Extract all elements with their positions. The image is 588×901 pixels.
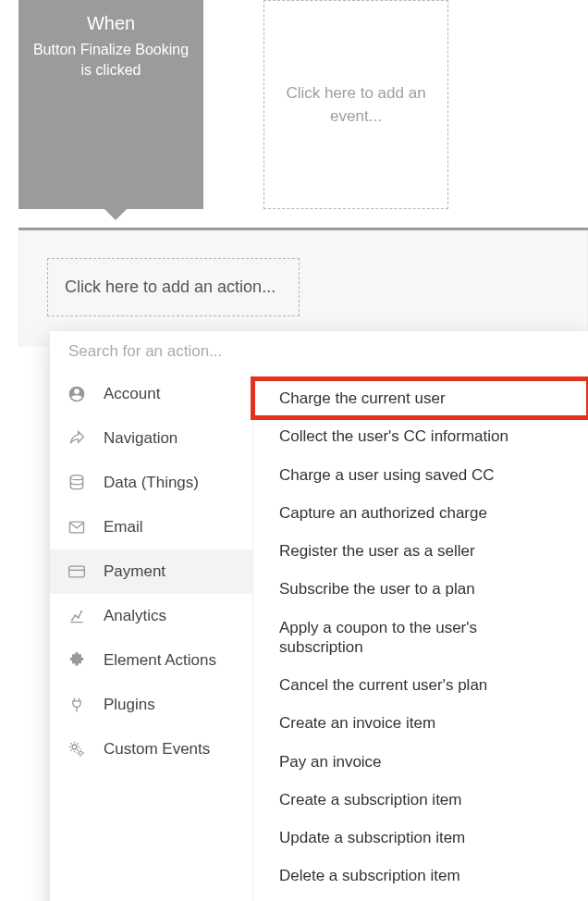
add-action-label: Click here to add an action... xyxy=(65,278,276,296)
category-label: Element Actions xyxy=(104,651,216,670)
category-label: Navigation xyxy=(104,429,178,448)
svg-point-6 xyxy=(80,611,82,612)
actions-panel: Click here to add an action... xyxy=(18,230,588,347)
svg-point-0 xyxy=(70,475,82,480)
database-icon xyxy=(67,473,87,493)
action-item[interactable]: Charge the current user xyxy=(253,379,588,417)
action-item[interactable]: Subscribe the user to a plan xyxy=(253,570,588,608)
credit-card-icon xyxy=(67,562,87,582)
action-item[interactable]: Cancel the current user's plan xyxy=(253,666,588,704)
category-label: Account xyxy=(104,385,160,403)
action-item[interactable]: Create an invoice item xyxy=(253,704,588,742)
category-item-navigation[interactable]: Navigation xyxy=(50,416,252,461)
action-item[interactable]: Capture an authorized charge xyxy=(253,494,588,532)
category-item-account[interactable]: Account xyxy=(50,372,252,416)
plug-icon xyxy=(67,695,87,715)
svg-point-4 xyxy=(74,614,76,616)
user-circle-icon xyxy=(67,384,87,404)
action-item[interactable]: Delete a subscription item xyxy=(253,857,588,895)
events-row: When Button Finalize Booking is clicked … xyxy=(0,0,588,209)
category-item-custom[interactable]: Custom Events xyxy=(50,727,252,771)
action-item[interactable]: Make a card new default xyxy=(253,895,588,902)
svg-point-5 xyxy=(78,617,80,619)
add-event-placeholder[interactable]: Click here to add an event... xyxy=(263,0,448,209)
svg-rect-2 xyxy=(69,566,85,577)
svg-point-3 xyxy=(71,619,73,621)
actions-list: Charge the current userCollect the user'… xyxy=(253,372,588,901)
search-input[interactable] xyxy=(68,342,570,361)
action-item[interactable]: Collect the user's CC information xyxy=(253,417,588,455)
event-title: When xyxy=(87,13,135,34)
add-event-label: Click here to add an event... xyxy=(276,81,436,129)
category-item-plugins[interactable]: Plugins xyxy=(50,683,252,727)
event-block-when[interactable]: When Button Finalize Booking is clicked xyxy=(18,0,203,209)
category-label: Analytics xyxy=(104,607,166,625)
puzzle-icon xyxy=(67,650,87,671)
category-item-payment[interactable]: Payment xyxy=(50,549,252,594)
search-row xyxy=(50,331,588,372)
action-dropdown: AccountNavigationData (Things)EmailPayme… xyxy=(50,331,588,901)
envelope-icon xyxy=(67,517,87,537)
gears-icon xyxy=(67,739,87,759)
category-label: Data (Things) xyxy=(104,474,199,492)
chart-icon xyxy=(67,606,87,626)
category-label: Email xyxy=(104,518,143,537)
dropdown-body: AccountNavigationData (Things)EmailPayme… xyxy=(50,372,588,901)
event-description: Button Finalize Booking is clicked xyxy=(30,40,192,80)
category-label: Plugins xyxy=(104,696,155,714)
action-item[interactable]: Pay an invoice xyxy=(253,743,588,781)
add-action-placeholder[interactable]: Click here to add an action... xyxy=(47,258,300,316)
share-arrow-icon xyxy=(67,428,87,449)
category-item-element[interactable]: Element Actions xyxy=(50,638,252,683)
svg-point-8 xyxy=(79,751,82,755)
category-label: Custom Events xyxy=(104,740,210,759)
categories-list: AccountNavigationData (Things)EmailPayme… xyxy=(50,372,253,901)
category-label: Payment xyxy=(104,562,165,581)
category-item-email[interactable]: Email xyxy=(50,505,252,549)
svg-point-7 xyxy=(72,745,77,749)
action-item[interactable]: Create a subscription item xyxy=(253,781,588,819)
action-item[interactable]: Apply a coupon to the user's subscriptio… xyxy=(253,609,588,667)
action-item[interactable]: Register the user as a seller xyxy=(253,532,588,570)
category-item-data[interactable]: Data (Things) xyxy=(50,461,252,505)
category-item-analytics[interactable]: Analytics xyxy=(50,594,252,638)
action-item[interactable]: Charge a user using saved CC xyxy=(253,456,588,494)
action-item[interactable]: Update a subscription item xyxy=(253,819,588,857)
event-arrow-connector xyxy=(0,209,588,228)
